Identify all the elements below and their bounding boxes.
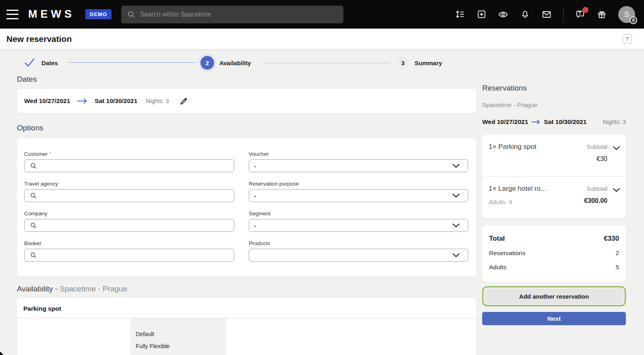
add-reservation-focus-ring: Add another reservation xyxy=(482,286,626,306)
step-3-circle[interactable]: 3 xyxy=(396,56,409,69)
start-date: Wed 10/27/2021 xyxy=(24,97,70,105)
expand-chevron-icon[interactable] xyxy=(613,146,620,152)
step-dates[interactable]: Dates xyxy=(41,60,58,66)
help-chat-icon[interactable]: ? xyxy=(575,9,585,20)
create-icon[interactable] xyxy=(476,9,487,20)
voucher-select[interactable]: - xyxy=(249,159,468,172)
segment-field-group: Segment - xyxy=(249,211,468,232)
products-select[interactable] xyxy=(249,249,468,262)
watchlist-eye-icon[interactable] xyxy=(498,9,508,20)
company-label: Company xyxy=(24,211,234,217)
step-availability[interactable]: Availability xyxy=(219,60,251,66)
travel-agency-search-field[interactable] xyxy=(24,189,234,202)
item-adults: Adults: 4 xyxy=(489,198,512,205)
page-title: New reservation xyxy=(6,34,72,44)
total-amount: €330 xyxy=(604,235,619,243)
segment-select[interactable]: - xyxy=(249,219,468,232)
row-height-icon[interactable] xyxy=(454,9,465,20)
sidebar-nights-label: Nights: 3 xyxy=(603,119,626,125)
chevron-down-icon xyxy=(452,194,460,198)
options-card: Customer * Travel agency Company Booker xyxy=(17,138,476,276)
customer-input[interactable] xyxy=(41,163,229,169)
reservation-purpose-field-group: Reservation purpose - xyxy=(249,181,468,202)
expand-chevron-icon[interactable] xyxy=(613,188,620,194)
reservation-items-card: 1× Parking spot Subtotal €30 1× Large ho… xyxy=(482,135,626,218)
sidebar-start-date: Wed 10/27/2021 xyxy=(482,118,528,126)
mews-logo: MEWS xyxy=(28,8,75,21)
page-help-icon[interactable]: ? xyxy=(623,34,632,43)
booker-input[interactable] xyxy=(41,252,229,259)
reservation-item: 1× Large hotel ro... Adults: 4 Subtotal … xyxy=(482,176,626,218)
travel-agency-field-group: Travel agency xyxy=(24,181,234,202)
add-another-reservation-button[interactable]: Add another reservation xyxy=(485,289,623,304)
notifications-bell-icon[interactable] xyxy=(520,9,530,20)
availability-card: Parking spot Default Fully Flexible xyxy=(17,298,476,355)
step-2-circle[interactable]: 2 xyxy=(200,56,214,70)
item-title: 1× Parking spot xyxy=(489,143,537,151)
reservation-purpose-select[interactable]: - xyxy=(249,189,468,202)
messages-envelope-icon[interactable] xyxy=(541,9,552,20)
options-heading: Options xyxy=(17,124,43,132)
arrow-right-icon xyxy=(77,98,88,104)
arrow-right-icon xyxy=(531,120,541,124)
avatar[interactable]: S S xyxy=(618,6,635,23)
chevron-down-icon xyxy=(452,253,460,258)
nights-label: Nights: 3 xyxy=(146,98,169,104)
total-reservations-value: 2 xyxy=(615,250,619,257)
booker-label: Booker xyxy=(24,240,234,246)
search-input[interactable] xyxy=(140,11,338,18)
booker-search-field[interactable] xyxy=(24,249,234,262)
company-field-group: Company xyxy=(24,211,234,232)
products-field-group: Products xyxy=(249,240,468,262)
next-button[interactable]: Next xyxy=(482,312,626,325)
end-date: Sat 10/30/2021 xyxy=(95,97,137,105)
demo-badge: DEMO xyxy=(85,9,111,19)
item-amount: €300.00 xyxy=(584,197,607,204)
company-input[interactable] xyxy=(41,222,229,229)
sidebar-dates-row: Wed 10/27/2021 Sat 10/30/2021 Nights: 3 xyxy=(482,118,626,126)
sidebar-end-date: Sat 10/30/2021 xyxy=(544,118,586,126)
segment-label: Segment xyxy=(249,211,468,217)
voucher-label: Voucher xyxy=(249,151,468,157)
availability-heading-prefix: Availability - xyxy=(17,285,60,293)
item-title: 1× Large hotel ro... xyxy=(489,185,546,193)
search-icon xyxy=(127,10,136,19)
travel-agency-label: Travel agency xyxy=(24,181,234,187)
total-label: Total xyxy=(489,235,505,243)
sidebar-property-name: Spacetime - Prague xyxy=(482,101,626,109)
chat-widget-partial xyxy=(0,351,4,355)
customer-search-field[interactable] xyxy=(24,159,234,172)
whats-new-gift-icon[interactable] xyxy=(597,9,607,20)
search-icon xyxy=(29,221,37,229)
reservation-item: 1× Parking spot Subtotal €30 xyxy=(482,135,626,176)
step-summary[interactable]: Summary xyxy=(415,60,442,66)
dates-heading: Dates xyxy=(17,75,37,84)
availability-divider xyxy=(17,318,476,318)
travel-agency-input[interactable] xyxy=(41,192,229,199)
products-label: Products xyxy=(249,240,468,246)
menu-icon[interactable] xyxy=(6,10,19,19)
search-icon xyxy=(29,162,37,170)
category-title: Parking spot xyxy=(17,298,476,318)
total-adults-value: 5 xyxy=(615,264,619,271)
voucher-value: - xyxy=(254,163,256,169)
avatar-status-badge: S xyxy=(630,17,637,24)
edit-dates-pencil-icon[interactable] xyxy=(179,97,188,106)
global-search[interactable] xyxy=(121,6,343,23)
total-adults-label: Adults xyxy=(489,264,506,271)
topbar: MEWS DEMO ? S S xyxy=(0,0,644,29)
topbar-divider xyxy=(563,7,564,22)
company-search-field[interactable] xyxy=(24,219,234,232)
stepper-connector-done xyxy=(68,62,196,63)
title-bar: New reservation ? xyxy=(0,29,644,50)
booker-field-group: Booker xyxy=(24,240,234,262)
required-asterisk: * xyxy=(49,151,51,157)
segment-value: - xyxy=(254,222,256,229)
stepper-connector-upcoming xyxy=(265,63,390,63)
reservation-purpose-value: - xyxy=(254,192,256,199)
customer-label: Customer xyxy=(24,151,48,157)
notification-dot xyxy=(582,7,588,13)
subtotal-label: Subtotal xyxy=(587,186,607,192)
total-reservations-label: Reservations xyxy=(489,250,525,257)
chevron-down-icon xyxy=(452,223,460,228)
